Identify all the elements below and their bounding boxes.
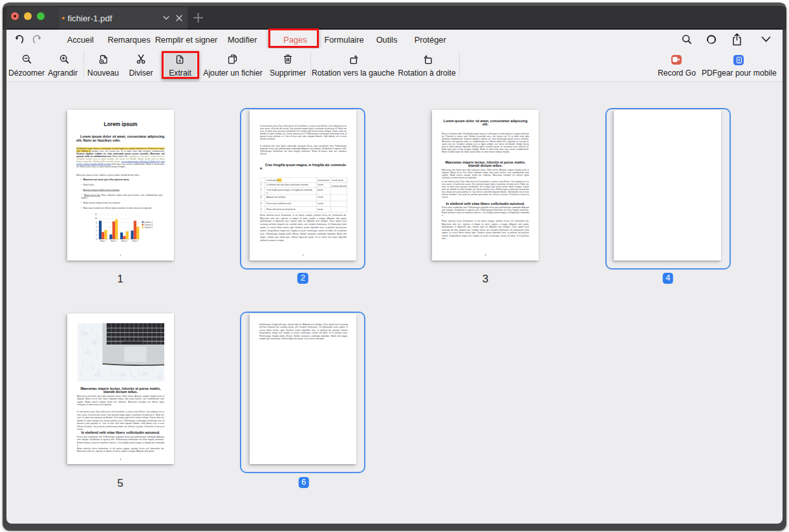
svg-text:Ipsum: Ipsum [318,207,323,210]
svg-text:Ipsum: Ipsum [318,189,323,191]
svg-text:8: 8 [96,221,97,224]
svg-text:Aliquam erat volutpat.: Aliquam erat volutpat. [266,196,286,198]
svg-text:In eleifend velit vitae libero: In eleifend velit vitae libero sollicitu… [266,184,308,186]
svg-text:Lorem ipsum: Lorem ipsum [331,184,347,187]
svg-text:a.: a. [266,191,268,194]
svg-text:5: 5 [261,207,262,210]
svg-text:3: 3 [261,196,262,198]
svg-text:4: 4 [261,202,262,205]
svg-text:4: 4 [96,229,97,232]
svg-text:Cras fringilla ipsum magna, in: Cras fringilla ipsum magna, in fringilla… [266,189,312,191]
svg-text:Row 4: Row 4 [132,239,138,242]
svg-text:0: 0 [96,238,97,240]
svg-text:Row 2: Row 2 [111,239,116,242]
svg-text:Lorem: Lorem [318,196,323,198]
svg-text:6: 6 [96,226,97,228]
svg-text:Lorem ipsum: Lorem ipsum [318,178,329,181]
svg-text:Colonne 3: Colonne 3 [144,226,153,228]
svg-text:2: 2 [96,233,97,236]
svg-text:10: 10 [94,217,97,220]
svg-text:Lorem ipsum: Lorem ipsum [332,178,343,181]
svg-text:Lorem: Lorem [318,202,323,205]
svg-text:12: 12 [94,213,97,216]
svg-text:Fusce vitae vestibulum velit.: Fusce vitae vestibulum velit. [266,202,292,205]
svg-text:2: 2 [261,189,262,191]
svg-text:Etiam vehicula luctus fermentu: Etiam vehicula luctus fermentum. [266,207,296,210]
svg-text:Row 3: Row 3 [122,239,127,242]
svg-text:1: 1 [261,184,262,186]
svg-text:Row 1: Row 1 [100,239,106,242]
svg-text:Lorem ipsum: Lorem ipsum [266,178,278,181]
svg-text:Lorem: Lorem [318,184,323,186]
